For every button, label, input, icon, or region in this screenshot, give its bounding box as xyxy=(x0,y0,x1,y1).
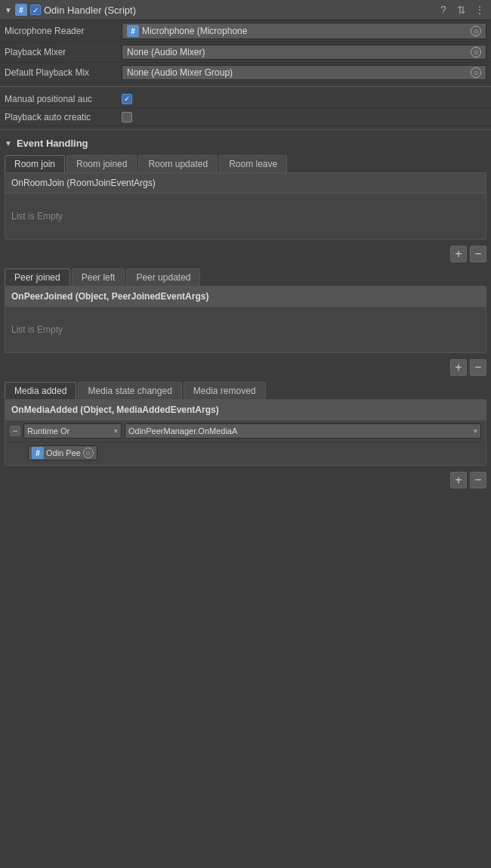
header-icons: ? ⇅ ⋮ xyxy=(437,3,486,17)
tab-peer-joined[interactable]: Peer joined xyxy=(5,268,70,286)
event-handling-arrow[interactable]: ▼ xyxy=(5,139,12,147)
object-picker[interactable]: ⊙ xyxy=(83,448,94,458)
function-dropdown[interactable]: OdinPeerManager.OnMediaA ▾ xyxy=(125,423,481,439)
media-remove-button[interactable]: − xyxy=(470,472,486,488)
room-event-block: OnRoomJoin (RoomJoinEventArgs) List is E… xyxy=(5,172,486,240)
event-handling-header: ▼ Event Handling xyxy=(0,133,491,152)
media-event-header: OnMediaAdded (Object, MediaAddedEventArg… xyxy=(5,400,486,420)
microphone-reader-value: # Microhphone (Microphone ⊙ xyxy=(122,23,486,39)
default-playback-text: None (Audio Mixer Group) xyxy=(127,67,468,78)
component-header: ▼ # ✓ Odin Handler (Script) ? ⇅ ⋮ xyxy=(0,0,491,20)
room-event-header: OnRoomJoin (RoomJoinEventArgs) xyxy=(5,173,486,194)
collapse-arrow[interactable]: ▼ xyxy=(5,6,12,14)
media-tabs: Media added Media state changed Media re… xyxy=(0,379,491,399)
manual-positional-value: ✓ xyxy=(122,94,486,104)
tab-media-added[interactable]: Media added xyxy=(5,382,76,399)
divider-1 xyxy=(0,86,491,87)
tab-room-join[interactable]: Room join xyxy=(5,155,65,172)
media-entry-row: − Runtime Or ▾ OdinPeerManager.OnMediaA … xyxy=(5,420,486,442)
room-add-button[interactable]: + xyxy=(450,246,467,262)
playback-mixer-field[interactable]: None (Audio Mixer) ⊙ xyxy=(122,45,486,60)
peer-tabs: Peer joined Peer left Peer updated xyxy=(0,265,491,286)
room-event-footer: + − xyxy=(0,243,491,265)
tab-media-state-changed[interactable]: Media state changed xyxy=(78,382,181,399)
microphone-reader-field[interactable]: # Microhphone (Microphone ⊙ xyxy=(122,23,486,39)
menu-button[interactable]: ⋮ xyxy=(473,3,486,17)
media-event-block: OnMediaAdded (Object, MediaAddedEventArg… xyxy=(5,399,486,466)
media-object-ref-row: # Odin Pee ⊙ xyxy=(5,442,486,465)
runtime-dropdown-text: Runtime Or xyxy=(27,426,113,436)
microphone-reader-label: Microphone Reader xyxy=(5,26,122,36)
microphone-reader-text: Microhphone (Microphone xyxy=(142,26,468,36)
script-icon: # xyxy=(15,4,27,16)
playback-mixer-label: Playback Mixer xyxy=(5,47,122,57)
component-title: Odin Handler (Script) xyxy=(44,5,434,16)
manual-positional-row: Manual positional auc ✓ xyxy=(0,90,491,108)
playback-auto-value xyxy=(122,112,486,122)
help-button[interactable]: ? xyxy=(437,3,450,17)
default-playback-label: Default Playback Mix xyxy=(5,67,122,78)
room-remove-button[interactable]: − xyxy=(470,246,486,262)
peer-event-empty: List is Empty xyxy=(11,324,63,335)
playback-auto-row: Playback auto creatic xyxy=(0,108,491,126)
default-playback-field[interactable]: None (Audio Mixer Group) ⊙ xyxy=(122,65,486,80)
manual-positional-label: Manual positional auc xyxy=(5,94,122,104)
microphone-hash-icon: # xyxy=(127,25,139,37)
runtime-dropdown-arrow: ▾ xyxy=(114,427,118,435)
media-object-ref[interactable]: # Odin Pee ⊙ xyxy=(28,445,97,460)
room-tabs: Room join Room joined Room updated Room … xyxy=(0,152,491,172)
sliders-button[interactable]: ⇅ xyxy=(455,3,468,17)
peer-event-block: OnPeerJoined (Object, PeerJoinedEventArg… xyxy=(5,286,486,353)
divider-2 xyxy=(0,129,491,130)
microphone-reader-picker[interactable]: ⊙ xyxy=(471,26,481,36)
peer-add-button[interactable]: + xyxy=(450,359,467,376)
media-add-button[interactable]: + xyxy=(450,472,467,488)
object-hash-icon: # xyxy=(32,447,44,459)
manual-positional-checkbox[interactable]: ✓ xyxy=(122,94,132,104)
playback-mixer-picker[interactable]: ⊙ xyxy=(471,47,481,57)
microphone-reader-row: Microphone Reader # Microhphone (Microph… xyxy=(0,20,491,42)
playback-mixer-row: Playback Mixer None (Audio Mixer) ⊙ xyxy=(0,42,491,63)
peer-event-body: List is Empty xyxy=(5,307,486,352)
playback-auto-label: Playback auto creatic xyxy=(5,112,122,122)
media-entry-remove[interactable]: − xyxy=(10,426,20,436)
tab-room-leave[interactable]: Room leave xyxy=(219,155,287,172)
room-event-body: List is Empty xyxy=(5,194,486,239)
properties-table: Microphone Reader # Microhphone (Microph… xyxy=(0,20,491,126)
playback-auto-checkbox[interactable] xyxy=(122,112,132,122)
function-dropdown-arrow: ▾ xyxy=(474,427,477,435)
peer-event-header: OnPeerJoined (Object, PeerJoinedEventArg… xyxy=(5,287,486,307)
function-dropdown-text: OdinPeerManager.OnMediaA xyxy=(128,426,472,436)
tab-peer-left[interactable]: Peer left xyxy=(72,268,125,286)
tab-peer-updated[interactable]: Peer updated xyxy=(126,268,200,286)
tab-room-joined[interactable]: Room joined xyxy=(66,155,137,172)
object-text: Odin Pee xyxy=(46,448,81,457)
default-playback-value: None (Audio Mixer Group) ⊙ xyxy=(122,65,486,80)
tab-room-updated[interactable]: Room updated xyxy=(138,155,218,172)
enabled-checkbox[interactable]: ✓ xyxy=(30,5,41,15)
media-event-footer: + − xyxy=(0,469,491,491)
default-playback-picker[interactable]: ⊙ xyxy=(471,67,481,78)
playback-mixer-value: None (Audio Mixer) ⊙ xyxy=(122,45,486,60)
peer-event-footer: + − xyxy=(0,356,491,379)
default-playback-row: Default Playback Mix None (Audio Mixer G… xyxy=(0,63,491,83)
peer-remove-button[interactable]: − xyxy=(470,359,486,376)
runtime-dropdown[interactable]: Runtime Or ▾ xyxy=(23,423,122,439)
event-handling-title: Event Handling xyxy=(17,138,88,149)
tab-media-removed[interactable]: Media removed xyxy=(184,382,266,399)
playback-mixer-text: None (Audio Mixer) xyxy=(127,47,468,57)
room-event-empty: List is Empty xyxy=(11,211,63,222)
